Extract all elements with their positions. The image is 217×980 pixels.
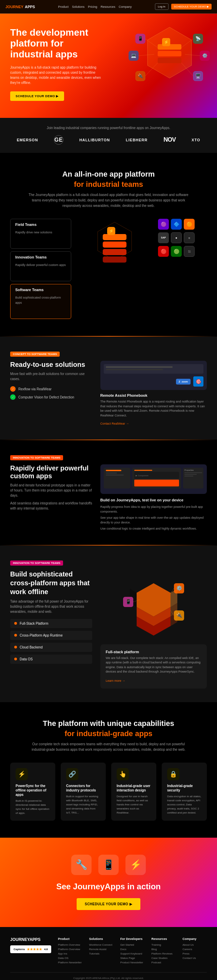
custom-description2: Add seamless data integrations and workf… xyxy=(10,501,92,511)
svg-text:⚙️: ⚙️ xyxy=(202,52,208,59)
login-button[interactable]: Log In xyxy=(155,3,168,10)
footer-link-company-4[interactable]: Contact Us xyxy=(182,956,207,959)
footer-link-solutions-2[interactable]: Remote Assist xyxy=(89,948,114,951)
custom-left: Rapidly deliver powerful custom apps Bui… xyxy=(10,465,92,531)
svg-text:⚙️: ⚙️ xyxy=(176,585,182,591)
footer-logo: JOURNEYAPPS xyxy=(10,937,51,942)
footer-link-product-1[interactable]: Platform Overview xyxy=(58,943,82,947)
cross-features: Full-Stack Platform Cross-Platform App R… xyxy=(10,619,92,664)
capterra-stars: ★★★★★ xyxy=(27,947,42,951)
footer-link-resources-2[interactable]: Blog xyxy=(151,948,176,951)
cta-icon-2: 📱 xyxy=(98,855,119,875)
capterra-label: Capterra xyxy=(14,948,25,951)
custom-solution-point-3: Use conditional logic to create intellig… xyxy=(100,527,207,531)
cross-3d-visual: 📱 ⚙️ 🔌 xyxy=(100,570,207,644)
footer-copyright: Copyright 2025 ARENA Africa (Pty) Ltd. A… xyxy=(73,977,144,980)
footer-col-product: Product Platform Overview Platform Overv… xyxy=(58,937,82,966)
footer-link-product-4[interactable]: Data OS xyxy=(58,956,82,959)
footer-link-resources-1[interactable]: Training xyxy=(151,943,176,947)
footer-link-product-5[interactable]: Platform Newsletter xyxy=(58,961,82,964)
feature-dot-2: ✓ xyxy=(10,395,16,400)
icon-purple: 🟣 xyxy=(158,219,169,230)
cap-desc-3: Designed for use in harsh field conditio… xyxy=(117,794,151,815)
cross-feature-label-1: Full-Stack Platform xyxy=(20,622,48,625)
footer-link-dev-1[interactable]: Get Started xyxy=(120,943,145,947)
team-card-software[interactable]: Software Teams Build sophisticated cross… xyxy=(10,284,71,319)
footer-link-company-1[interactable]: About Us xyxy=(182,943,207,947)
footer-link-resources-4[interactable]: Case Studies xyxy=(151,956,176,959)
solution-screenshot: Z zoom 🎯 xyxy=(100,361,207,390)
icon-dark-3: ◾ xyxy=(184,246,195,257)
footer-link-resources-5[interactable]: Podcast xyxy=(151,961,176,964)
svg-rect-28 xyxy=(103,256,127,262)
schedule-demo-nav-button[interactable]: SCHEDULE YOUR DEMO ▶ xyxy=(171,4,212,10)
cap-card-2: 🔗 Connectors for industry protocols Buil… xyxy=(61,763,106,821)
footer-link-resources-3[interactable]: Platform Reviews xyxy=(151,952,176,955)
footer-link-dev-2[interactable]: Docs xyxy=(120,948,145,951)
cta-icons: 🔧 📱 ⚡ xyxy=(10,855,207,875)
capterra-badge: Capterra ★★★★★ 4.8 xyxy=(10,945,51,953)
footer-link-company-2[interactable]: Careers xyxy=(182,948,207,951)
team-software-name: Software Teams xyxy=(15,288,66,292)
solution-link[interactable]: Contact RealWear → xyxy=(100,422,129,425)
nav-product[interactable]: Product xyxy=(58,5,68,8)
logo-halliburton: HALLIBURTON xyxy=(79,138,110,142)
nav-company[interactable]: Company xyxy=(119,5,132,8)
footer-link-company-3[interactable]: Press xyxy=(182,952,207,955)
cap-icon-3: 👆 xyxy=(117,768,129,780)
hero-title: The development platform for industrial … xyxy=(10,27,105,60)
cap-title-1: PowerSync for the offline operation of a… xyxy=(16,784,50,797)
cap-desc-4: Data encryption in all states, transit c… xyxy=(167,794,201,815)
capabilities-description: Our complete tech stack empowers teams w… xyxy=(27,741,190,752)
footer-link-product-3[interactable]: App Ins xyxy=(58,952,82,955)
cta-heading: See JourneyApps in action xyxy=(10,882,207,891)
team-card-innovation[interactable]: Innovation Teams Rapidly deliver powerfu… xyxy=(10,251,71,281)
feature-text-2: Computer Vision for Defect Detection xyxy=(18,395,74,399)
cross-solution-description: We are full-stack. Our complete tech sta… xyxy=(106,656,201,674)
platform-section: An all-in-one app platform for industria… xyxy=(0,153,217,336)
cross-section: Innovation to Software Teams Build sophi… xyxy=(0,546,217,702)
footer-link-dev-5[interactable]: Product Newsletter xyxy=(120,961,145,964)
team-card-field[interactable]: Field Teams Rapidly drive new solutions xyxy=(10,219,71,249)
platform-grid: Field Teams Rapidly drive new solutions … xyxy=(10,219,207,319)
custom-solution-title: Build on JourneyApps, test live on your … xyxy=(100,498,207,502)
capabilities-section: The platform with unique capabilities fo… xyxy=(0,702,217,838)
capabilities-heading-colored: for industrial-grade apps xyxy=(10,729,207,738)
hero-section: The development platform for industrial … xyxy=(0,14,217,118)
cap-icon-2: 🔗 xyxy=(66,768,78,780)
footer-link-dev-4[interactable]: Status Page xyxy=(120,956,145,959)
ready-heading: Ready-to-use solutions xyxy=(10,361,92,369)
navigation: JOURNEYAPPS Product Solutions Pricing Re… xyxy=(0,0,217,14)
logos-intro: Join leading industrial companies runnin… xyxy=(10,126,207,130)
nav-logo: JOURNEYAPPS xyxy=(5,5,35,9)
cross-solution-link[interactable]: Learn more → xyxy=(106,679,125,682)
ready-two-col: Ready-to-use solutions Move fast with pr… xyxy=(10,361,207,426)
team-field-desc: Rapidly drive new solutions xyxy=(15,230,66,235)
footer-link-product-2[interactable]: Platform Overview xyxy=(58,948,82,951)
logo-emerson: EMERSON xyxy=(17,138,38,142)
svg-rect-27 xyxy=(103,249,127,255)
icon-dark-1: ▪ xyxy=(171,232,182,243)
footer-link-solutions-3[interactable]: Tutorials xyxy=(89,952,114,955)
cross-3d-svg: 📱 ⚙️ 🔌 xyxy=(120,576,187,638)
hero-cta-button[interactable]: SCHEDULE YOUR DEMO ▶ xyxy=(10,91,64,101)
svg-text:⚡: ⚡ xyxy=(109,228,114,233)
platform-visual: ⚡ xyxy=(78,219,151,273)
footer: JOURNEYAPPS Capterra ★★★★★ 4.8 Product P… xyxy=(0,927,217,980)
capterra-badge-inner: Capterra ★★★★★ 4.8 xyxy=(10,945,51,953)
footer-link-dev-3[interactable]: Support Keyboard xyxy=(120,952,145,955)
cross-platform-card: Full-stack platform We are full-stack. O… xyxy=(100,644,207,689)
cap-title-3: Industrial-grade user interaction design xyxy=(117,784,151,792)
footer-link-solutions-1[interactable]: Workforce Connect xyxy=(89,943,114,947)
nav-solutions[interactable]: Solutions xyxy=(72,5,84,8)
ready-right: Z zoom 🎯 Remote Assist Phonebook The Rem… xyxy=(100,361,207,426)
nav-pricing[interactable]: Pricing xyxy=(88,5,97,8)
nav-resources[interactable]: Resources xyxy=(101,5,115,8)
cross-dot-1 xyxy=(14,622,17,625)
platform-heading-colored: for industrial teams xyxy=(10,180,207,189)
svg-text:💻: 💻 xyxy=(131,52,137,59)
cta-button[interactable]: SCHEDULE YOUR DEMO ▶ xyxy=(77,898,140,910)
svg-text:📱: 📱 xyxy=(125,599,131,605)
icon-orange: 🟠 xyxy=(184,219,195,230)
svg-text:🖥️: 🖥️ xyxy=(195,73,201,79)
